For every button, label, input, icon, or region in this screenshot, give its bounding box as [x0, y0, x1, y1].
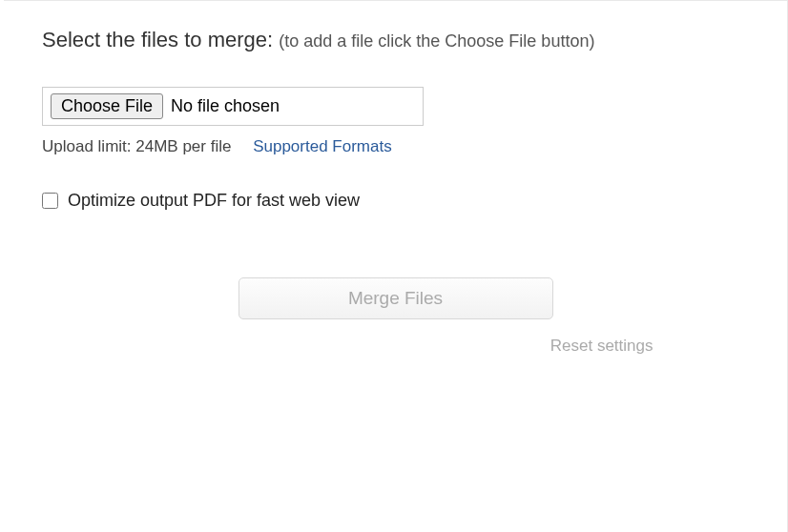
optimize-checkbox[interactable] — [42, 193, 58, 209]
file-input[interactable]: Choose File No file chosen — [42, 87, 424, 126]
info-row: Upload limit: 24MB per file Supported Fo… — [42, 137, 749, 156]
merge-files-panel: Select the files to merge: (to add a fil… — [4, 0, 788, 532]
file-status-text: No file chosen — [171, 96, 280, 116]
heading-main: Select the files to merge: — [42, 28, 279, 51]
action-area: Merge Files Reset settings — [138, 277, 653, 356]
heading-row: Select the files to merge: (to add a fil… — [42, 28, 749, 52]
merge-files-button[interactable]: Merge Files — [238, 277, 553, 319]
heading-hint: (to add a file click the Choose File but… — [279, 31, 594, 51]
upload-limit-text: Upload limit: 24MB per file — [42, 137, 231, 155]
supported-formats-link[interactable]: Supported Formats — [253, 137, 392, 155]
reset-settings-link[interactable]: Reset settings — [138, 337, 653, 356]
optimize-label[interactable]: Optimize output PDF for fast web view — [68, 191, 360, 211]
optimize-option-row: Optimize output PDF for fast web view — [42, 191, 749, 211]
choose-file-button[interactable]: Choose File — [51, 93, 163, 119]
